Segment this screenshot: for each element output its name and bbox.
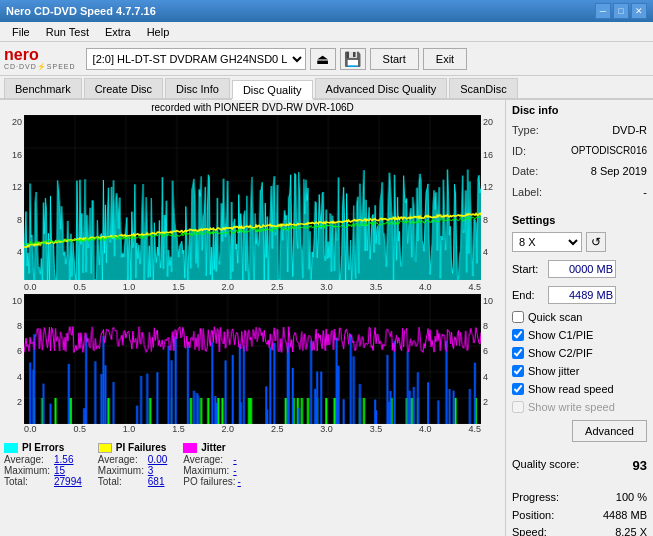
show-read-speed-row: Show read speed [512,383,647,395]
close-button[interactable]: ✕ [631,3,647,19]
x-label-0.0: 0.0 [24,282,37,292]
x-bot-4.0: 4.0 [419,424,432,434]
x-bot-3.0: 3.0 [320,424,333,434]
jitter-stats: Average:- Maximum:- PO failures:- [183,454,241,487]
exit-button[interactable]: Exit [423,48,467,70]
jitter-max[interactable]: - [233,465,236,476]
drive-select[interactable]: [2:0] HL-DT-ST DVDRAM GH24NSD0 LH00 [86,48,306,70]
pi-failures-stats: Average:0.00 Maximum:3 Total:681 [98,454,167,487]
nero-product: CD·DVD⚡SPEED [4,63,76,70]
pi-errors-total[interactable]: 27994 [54,476,82,487]
position-value: 4488 MB [603,507,647,525]
x-bot-1.5: 1.5 [172,424,185,434]
tab-advanced-disc-quality[interactable]: Advanced Disc Quality [315,78,448,98]
show-write-speed-label: Show write speed [528,401,615,413]
x-label-0.5: 0.5 [73,282,86,292]
quick-scan-label: Quick scan [528,311,582,323]
tab-scandisc[interactable]: ScanDisc [449,78,517,98]
y-label-8: 8 [4,215,22,225]
pi-failures-avg[interactable]: 0.00 [148,454,167,465]
x-bot-1.0: 1.0 [123,424,136,434]
disc-type-row: Type: DVD-R [512,122,647,139]
x-bot-0.5: 0.5 [73,424,86,434]
maximize-button[interactable]: □ [613,3,629,19]
legend-pi-errors: PI Errors Average:1.56 Maximum:15 Total:… [4,442,82,487]
refresh-button[interactable]: ↺ [586,232,606,252]
menu-bar: File Run Test Extra Help [0,22,653,42]
y-bot-8: 8 [4,321,22,331]
x-bot-3.5: 3.5 [370,424,383,434]
menu-file[interactable]: File [4,24,38,40]
show-c2pif-row: Show C2/PIF [512,347,647,359]
quality-score-value: 93 [633,458,647,473]
y-label-20: 20 [4,117,22,127]
y-label-4: 4 [4,247,22,257]
x-bot-4.5: 4.5 [468,424,481,434]
jitter-po[interactable]: - [238,476,241,487]
pi-failures-color [98,443,112,453]
menu-run-test[interactable]: Run Test [38,24,97,40]
pi-errors-color [4,443,18,453]
start-input[interactable] [548,260,616,278]
jitter-avg[interactable]: - [233,454,236,465]
minimize-button[interactable]: ─ [595,3,611,19]
speed-value: 8.25 X [615,524,647,536]
speed-select[interactable]: 8 X 4 X 12 X 16 X [512,232,582,252]
tab-benchmark[interactable]: Benchmark [4,78,82,98]
start-button[interactable]: Start [370,48,419,70]
position-row: Position: 4488 MB [512,507,647,525]
end-input[interactable] [548,286,616,304]
speed-label: Speed: [512,524,547,536]
disc-id-key: ID: [512,143,526,160]
show-c1pie-checkbox[interactable] [512,329,524,341]
show-c2pif-checkbox[interactable] [512,347,524,359]
tab-disc-info[interactable]: Disc Info [165,78,230,98]
disc-id-row: ID: OPTODISCR016 [512,143,647,160]
y-bot-2: 2 [4,397,22,407]
show-read-speed-checkbox[interactable] [512,383,524,395]
show-c1pie-row: Show C1/PIE [512,329,647,341]
show-jitter-checkbox[interactable] [512,365,524,377]
toolbar: nero CD·DVD⚡SPEED [2:0] HL-DT-ST DVDRAM … [0,42,653,76]
show-jitter-label: Show jitter [528,365,579,377]
pi-failures-max[interactable]: 3 [148,465,154,476]
menu-extra[interactable]: Extra [97,24,139,40]
pi-errors-avg[interactable]: 1.56 [54,454,73,465]
pi-failures-total[interactable]: 681 [148,476,165,487]
y-bot-right-2: 2 [483,397,501,407]
progress-section: Progress: 100 % Position: 4488 MB Speed:… [512,489,647,536]
x-label-2.5: 2.5 [271,282,284,292]
y-right-4: 4 [483,247,501,257]
tab-create-disc[interactable]: Create Disc [84,78,163,98]
title-bar: Nero CD-DVD Speed 4.7.7.16 ─ □ ✕ [0,0,653,22]
disc-info-title: Disc info [512,104,647,116]
eject-icon-button[interactable]: ⏏ [310,48,336,70]
progress-label: Progress: [512,489,559,507]
disc-type-key: Type: [512,122,539,139]
x-label-1.5: 1.5 [172,282,185,292]
y-label-16: 16 [4,150,22,160]
quality-score-label: Quality score: [512,458,579,473]
position-label: Position: [512,507,554,525]
app-title: Nero CD-DVD Speed 4.7.7.16 [6,5,156,17]
nero-brand: nero [4,47,39,63]
quick-scan-checkbox[interactable] [512,311,524,323]
y-bot-4: 4 [4,372,22,382]
right-panel: Disc info Type: DVD-R ID: OPTODISCR016 D… [505,100,653,536]
pi-errors-max[interactable]: 15 [54,465,65,476]
save-icon-button[interactable]: 💾 [340,48,366,70]
disc-label-key: Label: [512,184,542,201]
x-label-3.0: 3.0 [320,282,333,292]
x-label-3.5: 3.5 [370,282,383,292]
advanced-button[interactable]: Advanced [572,420,647,442]
show-write-speed-row: Show write speed [512,401,647,413]
pi-errors-stats: Average:1.56 Maximum:15 Total:27994 [4,454,82,487]
x-bot-2.0: 2.0 [222,424,235,434]
menu-help[interactable]: Help [139,24,178,40]
show-write-speed-checkbox [512,401,524,413]
disc-label-row: Label: - [512,184,647,201]
tab-disc-quality[interactable]: Disc Quality [232,80,313,100]
tab-bar: Benchmark Create Disc Disc Info Disc Qua… [0,76,653,100]
legend-jitter: Jitter Average:- Maximum:- PO failures:- [183,442,241,487]
end-mb-row: End: [512,286,647,304]
